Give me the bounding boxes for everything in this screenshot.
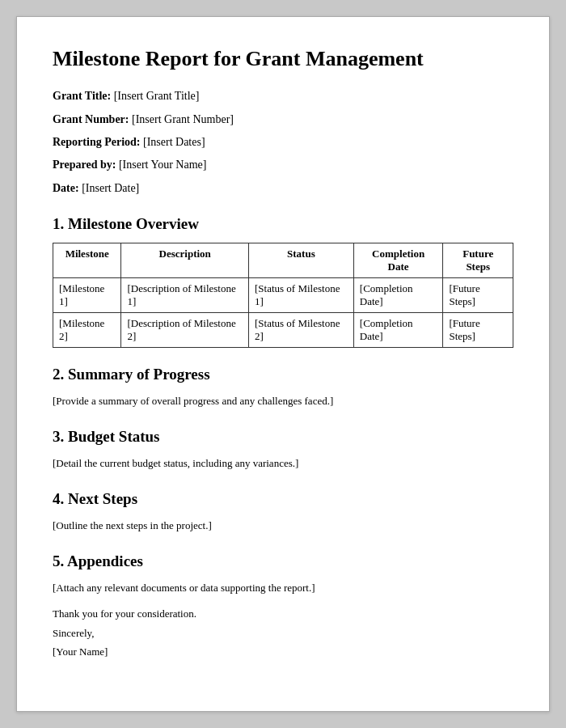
prepared-by-label: Prepared by: xyxy=(53,159,116,171)
grant-number-label: Grant Number: xyxy=(53,113,129,125)
milestone-overview-heading: 1. Milestone Overview xyxy=(53,215,513,233)
grant-number-value: [Insert Grant Number] xyxy=(132,113,234,125)
next-steps-body: [Outline the next steps in the project.] xyxy=(53,518,513,535)
main-title: Milestone Report for Grant Management xyxy=(53,46,513,71)
table-cell-1-3: [Completion Date] xyxy=(353,313,443,348)
prepared-by-value: [Insert Your Name] xyxy=(119,159,206,171)
reporting-period-value: [Insert Dates] xyxy=(143,136,205,148)
milestone-table: Milestone Description Status CompletionD… xyxy=(53,243,513,348)
date-value: [Insert Date] xyxy=(82,182,139,194)
reporting-period-row: Reporting Period: [Insert Dates] xyxy=(53,133,513,151)
date-row: Date: [Insert Date] xyxy=(53,180,513,197)
budget-status-body: [Detail the current budget status, inclu… xyxy=(53,455,513,472)
table-cell-1-2: [Status of Milestone 2] xyxy=(249,313,354,348)
col-milestone: Milestone xyxy=(53,243,121,278)
table-cell-0-2: [Status of Milestone 1] xyxy=(249,278,354,313)
table-cell-1-0: [Milestone 2] xyxy=(53,313,121,348)
table-row: [Milestone 2][Description of Milestone 2… xyxy=(53,313,513,348)
table-cell-0-0: [Milestone 1] xyxy=(53,278,121,313)
grant-title-row: Grant Title: [Insert Grant Title] xyxy=(53,87,513,105)
date-label: Date: xyxy=(53,182,79,194)
prepared-by-row: Prepared by: [Insert Your Name] xyxy=(53,156,513,174)
summary-progress-body: [Provide a summary of overall progress a… xyxy=(53,393,513,410)
table-cell-0-4: [Future Steps] xyxy=(443,278,513,313)
table-cell-1-1: [Description of Milestone 2] xyxy=(121,313,249,348)
appendices-heading: 5. Appendices xyxy=(53,552,513,570)
appendices-body: [Attach any relevant documents or data s… xyxy=(53,580,513,597)
grant-number-row: Grant Number: [Insert Grant Number] xyxy=(53,111,513,129)
grant-title-value: [Insert Grant Title] xyxy=(114,90,200,102)
col-completion-date: CompletionDate xyxy=(353,243,443,278)
table-row: [Milestone 1][Description of Milestone 1… xyxy=(53,278,513,313)
table-cell-0-3: [Completion Date] xyxy=(353,278,443,313)
reporting-period-label: Reporting Period: xyxy=(53,136,140,148)
closing-section: Thank you for your consideration. Sincer… xyxy=(53,604,513,661)
summary-progress-heading: 2. Summary of Progress xyxy=(53,366,513,383)
document-page: Milestone Report for Grant Management Gr… xyxy=(16,16,550,712)
table-cell-1-4: [Future Steps] xyxy=(443,313,513,348)
next-steps-heading: 4. Next Steps xyxy=(53,490,513,508)
col-status: Status xyxy=(249,243,354,278)
col-description: Description xyxy=(121,243,249,278)
thank-you-text: Thank you for your consideration. xyxy=(53,604,513,623)
grant-title-label: Grant Title: xyxy=(53,90,111,102)
col-future-steps: FutureSteps xyxy=(443,243,513,278)
sincerely-text: Sincerely, xyxy=(53,624,513,642)
budget-status-heading: 3. Budget Status xyxy=(53,428,513,446)
table-cell-0-1: [Description of Milestone 1] xyxy=(121,278,249,313)
closing-name: [Your Name] xyxy=(53,642,513,661)
